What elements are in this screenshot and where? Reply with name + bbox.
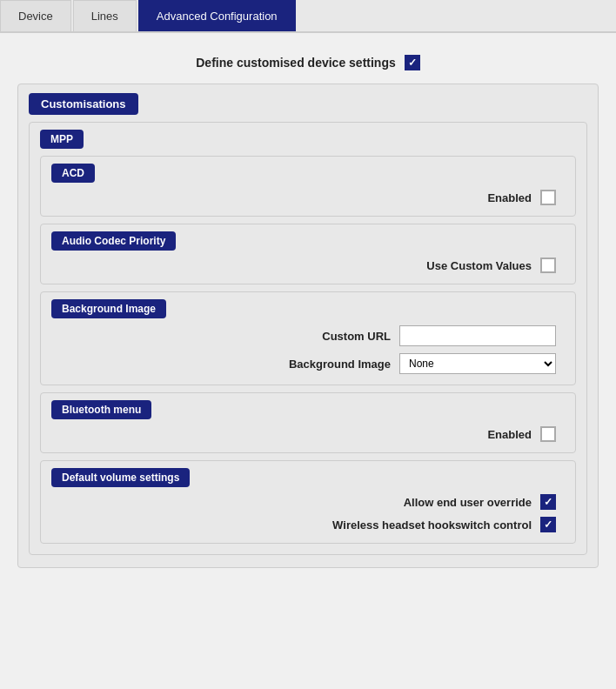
audio-codec-block: Audio Codec Priority Use Custom Values	[40, 224, 576, 284]
tab-bar: Device Lines Advanced Configuration	[0, 0, 616, 33]
customisations-header[interactable]: Customisations	[29, 93, 138, 115]
define-label: Define customised device settings	[196, 56, 396, 70]
custom-url-input[interactable]	[399, 325, 556, 346]
define-row: Define customised device settings	[17, 46, 599, 84]
default-volume-block: Default volume settings Allow end user o…	[40, 460, 576, 544]
allow-override-label: Allow end user override	[404, 496, 532, 509]
background-image-select[interactable]: None	[399, 353, 556, 374]
audio-codec-custom-row: Use Custom Values	[51, 251, 565, 273]
acd-block: ACD Enabled	[40, 156, 576, 217]
bluetooth-enabled-row: Enabled	[51, 419, 565, 442]
content-area: Define customised device settings Custom…	[0, 33, 616, 592]
wireless-hookswitch-checkbox[interactable]	[540, 517, 556, 532]
acd-enabled-label: Enabled	[487, 191, 532, 204]
bluetooth-menu-header[interactable]: Bluetooth menu	[51, 400, 151, 419]
audio-codec-custom-label: Use Custom Values	[426, 259, 532, 272]
bluetooth-menu-block: Bluetooth menu Enabled	[40, 392, 576, 453]
customisations-block: Customisations MPP ACD Enabled Audio Co	[17, 84, 599, 568]
custom-url-label: Custom URL	[322, 330, 391, 343]
mpp-header[interactable]: MPP	[40, 130, 84, 149]
tab-advanced-configuration[interactable]: Advanced Configuration	[138, 0, 296, 31]
tab-device[interactable]: Device	[0, 0, 71, 31]
mpp-block: MPP ACD Enabled Audio Codec Priority Use…	[29, 122, 587, 555]
background-image-row: Background Image None	[51, 346, 565, 374]
background-image-header[interactable]: Background Image	[51, 299, 166, 318]
bluetooth-enabled-checkbox[interactable]	[540, 426, 556, 442]
wireless-hookswitch-label: Wireless headset hookswitch control	[332, 518, 532, 532]
audio-codec-header[interactable]: Audio Codec Priority	[51, 231, 176, 251]
audio-codec-custom-checkbox[interactable]	[540, 258, 556, 273]
define-checkbox[interactable]	[405, 55, 420, 70]
allow-override-checkbox[interactable]	[540, 494, 556, 510]
bluetooth-enabled-label: Enabled	[487, 428, 532, 441]
acd-enabled-row: Enabled	[51, 183, 565, 205]
background-image-block: Background Image Custom URL Background I…	[40, 291, 576, 385]
wireless-hookswitch-row: Wireless headset hookswitch control	[51, 510, 565, 532]
default-volume-header[interactable]: Default volume settings	[51, 468, 190, 487]
tab-lines[interactable]: Lines	[73, 0, 137, 31]
acd-enabled-checkbox[interactable]	[540, 190, 556, 205]
custom-url-row: Custom URL	[51, 318, 565, 346]
allow-override-row: Allow end user override	[51, 487, 565, 510]
acd-header[interactable]: ACD	[51, 164, 95, 183]
background-image-label: Background Image	[289, 358, 391, 371]
